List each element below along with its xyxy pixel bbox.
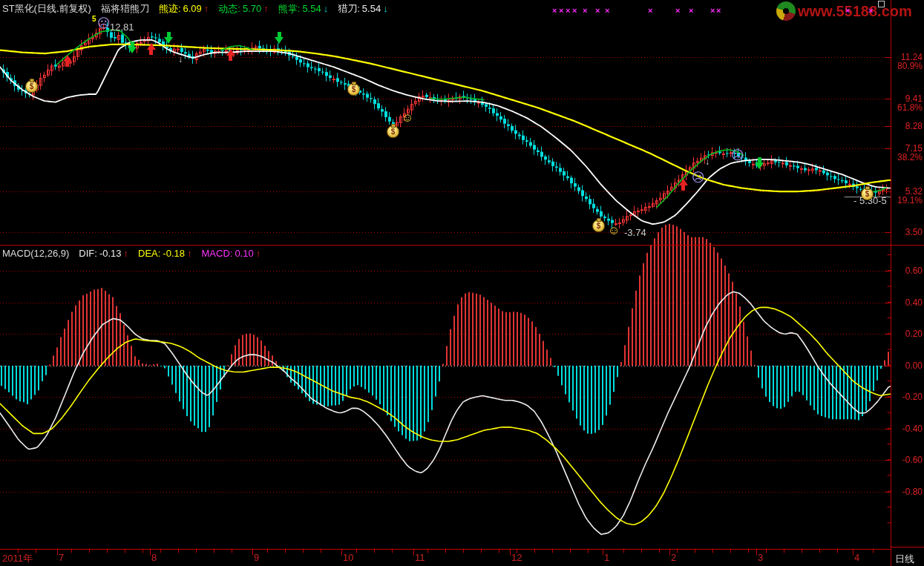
macd-dif: DIF: -0.13 ↑ bbox=[79, 248, 128, 259]
buy-arrow-icon bbox=[226, 49, 235, 61]
indicator-dongtai: 动态: 5.70 ↑ bbox=[218, 2, 268, 16]
magenta-cross-icon: × bbox=[716, 7, 721, 15]
magenta-cross-icon: × bbox=[559, 7, 563, 15]
magenta-cross-icon: × bbox=[552, 7, 557, 15]
indicator-liedao-label: 猎刀: bbox=[338, 2, 360, 16]
magenta-cross-icon: × bbox=[595, 7, 600, 15]
price-axis-pct-label: 61.8% bbox=[893, 102, 923, 113]
indicator-liedao-value: 5.54 bbox=[362, 3, 381, 14]
price-panel-header: ST黑化(日线.前复权) 福将猎熊刀 熊迹: 6.09 ↑ 动态: 5.70 ↑… bbox=[2, 2, 388, 16]
macd-axis-label: 0.60 bbox=[893, 266, 923, 276]
magenta-cross-icon: × bbox=[868, 7, 873, 15]
magenta-cross-icon: × bbox=[605, 7, 609, 15]
count-badge: 5 bbox=[92, 15, 96, 23]
price-axis-label: 3.50 bbox=[893, 227, 923, 237]
x-axis-month-label: 11 bbox=[415, 552, 425, 563]
x-axis-month-label: 1 bbox=[604, 552, 609, 563]
macd-axis-label: -0.20 bbox=[893, 392, 923, 402]
indicator-xiongzhang-label: 熊掌: bbox=[278, 2, 301, 16]
magenta-cross-icon: × bbox=[648, 7, 652, 15]
small-down-arrow-icon: ↓ bbox=[705, 157, 710, 166]
x-axis-month-label: 10 bbox=[343, 552, 353, 563]
chart-canvas[interactable] bbox=[0, 0, 924, 566]
smiley-icon: ☺ bbox=[608, 225, 620, 237]
window-icon bbox=[878, 1, 885, 7]
x-axis-month-label: 4 bbox=[854, 552, 859, 563]
macd-axis-label: 0.40 bbox=[893, 297, 923, 308]
trading-terminal: ST黑化(日线.前复权) 福将猎熊刀 熊迹: 6.09 ↑ 动态: 5.70 ↑… bbox=[0, 0, 924, 566]
indicator-xiongzhang: 熊掌: 5.54 ↓ bbox=[278, 2, 328, 16]
logo-swirl-icon bbox=[776, 1, 796, 21]
smiley-icon: ☺ bbox=[402, 112, 413, 124]
macd-macd-value: 0.10 bbox=[235, 248, 253, 259]
price-axis-pct-label: 38.2% bbox=[893, 152, 923, 162]
small-down-arrow-icon: ↓ bbox=[178, 55, 183, 64]
indicator-liedao: 猎刀: 5.54 ↓ bbox=[338, 2, 387, 16]
up-arrow-icon: ↑ bbox=[124, 248, 129, 259]
indicator-xiongji: 熊迹: 6.09 ↑ bbox=[159, 2, 209, 16]
watermark-logo: www.55188.com bbox=[798, 3, 912, 20]
magenta-cross-icon: × bbox=[675, 7, 680, 15]
x-axis-month-label: 3 bbox=[758, 552, 763, 563]
magenta-cross-icon: × bbox=[845, 7, 850, 15]
down-arrow-icon: ↓ bbox=[324, 3, 329, 14]
indicator-xiongzhang-value: 5.54 bbox=[302, 3, 321, 14]
up-arrow-icon: ↑ bbox=[187, 248, 192, 259]
macd-dif-label: DIF: bbox=[79, 248, 97, 259]
sad-face-icon: ☹ bbox=[731, 149, 744, 162]
money-bag-icon: $ bbox=[861, 188, 874, 200]
down-arrow-icon: ↓ bbox=[383, 3, 388, 14]
macd-macd-label: MACD: bbox=[202, 248, 233, 259]
price-axis-pct-label: 80.9% bbox=[893, 61, 923, 71]
magenta-cross-icon: × bbox=[572, 7, 577, 15]
macd-axis-label: -0.80 bbox=[893, 487, 923, 497]
macd-macd: MACD: 0.10 ↑ bbox=[202, 248, 261, 259]
macd-dif-value: -0.13 bbox=[99, 248, 122, 259]
buy-arrow-icon bbox=[62, 55, 72, 67]
sad-face-icon: ☹ bbox=[692, 171, 705, 184]
x-axis-month-label: 2011年 bbox=[2, 552, 33, 565]
x-axis-month-label: 8 bbox=[151, 552, 157, 563]
price-label: -3.74 bbox=[624, 227, 646, 238]
money-bag-icon: $ bbox=[387, 125, 399, 138]
x-axis-month-label: 2 bbox=[671, 552, 676, 563]
macd-panel-header: MACD(12,26,9) DIF: -0.13 ↑ DEA: -0.18 ↑ … bbox=[2, 248, 261, 259]
buy-arrow-icon bbox=[146, 43, 156, 55]
macd-axis-label: -0.60 bbox=[893, 455, 923, 465]
up-arrow-icon: ↑ bbox=[204, 3, 209, 14]
macd-dea-value: -0.18 bbox=[163, 248, 185, 259]
sell-arrow-icon bbox=[755, 157, 764, 169]
price-label: 12.81 bbox=[110, 22, 134, 33]
indicator-dongtai-label: 动态: bbox=[218, 2, 240, 16]
stock-title: ST黑化(日线.前复权) bbox=[2, 2, 91, 16]
indicator-title: 福将猎熊刀 bbox=[101, 2, 149, 16]
price-axis-label: 8.28 bbox=[893, 121, 923, 131]
buy-arrow-icon bbox=[678, 179, 688, 191]
magenta-cross-icon: × bbox=[710, 7, 715, 15]
indicator-xiongji-value: 6.09 bbox=[183, 3, 202, 14]
sell-arrow-icon bbox=[275, 32, 284, 44]
period-label[interactable]: 日线 bbox=[895, 553, 914, 566]
macd-axis-label: 0.00 bbox=[893, 361, 923, 371]
x-axis-month-label: 9 bbox=[254, 552, 259, 563]
money-bag-icon: $ bbox=[347, 83, 360, 96]
money-bag-icon: $ bbox=[25, 80, 38, 93]
up-arrow-icon: ↑ bbox=[263, 3, 269, 14]
sad-face-icon: ☹ bbox=[97, 17, 111, 30]
macd-axis-label: -0.40 bbox=[893, 424, 923, 434]
indicator-xiongji-label: 熊迹: bbox=[159, 2, 181, 16]
magenta-cross-icon: × bbox=[689, 7, 693, 15]
x-axis-month-label: 7 bbox=[59, 552, 64, 563]
macd-dea: DEA: -0.18 ↑ bbox=[138, 248, 191, 259]
macd-axis-label: 0.20 bbox=[893, 329, 923, 339]
up-arrow-icon: ↑ bbox=[256, 248, 261, 259]
money-bag-icon: $ bbox=[592, 220, 605, 232]
indicator-dongtai-value: 5.70 bbox=[243, 3, 261, 14]
macd-title: MACD(12,26,9) bbox=[2, 248, 69, 259]
magenta-cross-icon: × bbox=[566, 7, 570, 15]
magenta-cross-icon: × bbox=[583, 7, 587, 15]
macd-dea-label: DEA: bbox=[138, 248, 160, 259]
sell-arrow-icon bbox=[164, 32, 174, 44]
x-axis-month-label: 12 bbox=[511, 552, 522, 563]
price-axis-pct-label: 19.1% bbox=[893, 195, 923, 205]
